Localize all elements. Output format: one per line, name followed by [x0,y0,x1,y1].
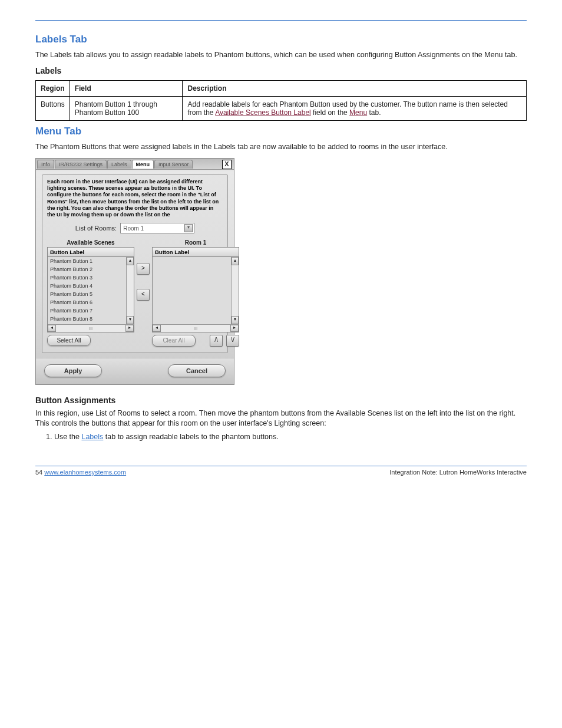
dialog-panel: Each room in the User Interface (UI) can… [42,174,228,354]
select-all-button[interactable]: Select All [47,335,91,346]
close-icon[interactable]: X [222,160,232,169]
move-buttons: > < [137,263,150,301]
scroll-down-icon[interactable]: ▾ [232,316,239,324]
scroll-up-icon[interactable]: ▴ [232,257,239,265]
th-field: Field [70,80,183,96]
page-footer: 54 www.elanhomesystems.com Integration N… [35,469,527,476]
clear-all-button[interactable]: Clear All [152,335,196,347]
room-col-header: Button Label [153,248,239,257]
menu-paragraph: The Phantom Buttons that were assigned l… [35,142,527,152]
list-item[interactable]: Phantom Button 1 [48,257,134,265]
step1-lead: 1. Use the [46,433,81,441]
rooms-selected-value: Room 1 [123,225,144,232]
list-item[interactable]: Phantom Button 5 [48,290,134,298]
room-scenes-column: Room 1 Button Label ▴ ▾ ◂ III ▸ [152,239,239,347]
step1-trail: tab to assign readable labels to the pha… [105,433,279,441]
scroll-up-icon[interactable]: ▴ [127,257,134,265]
list-of-rooms-label: List of Rooms: [75,225,117,232]
tab-ir-rs232[interactable]: IR/RS232 Settings [55,160,107,169]
cell-description: Add readable labels for each Phantom But… [183,96,527,120]
desc-link-menu[interactable]: Menu [349,108,367,117]
bottom-rule [35,466,527,466]
list-item[interactable]: Phantom Button 7 [48,307,134,315]
cell-field: Phantom Button 1 through Phantom Button … [70,96,183,120]
available-scenes-heading: Available Scenes [47,239,134,246]
scroll-down-icon[interactable]: ▾ [127,316,134,324]
tab-input-sensor[interactable]: Input Sensor [154,160,193,169]
rooms-combobox[interactable]: Room 1 ▾ [120,223,194,233]
available-scenes-list[interactable]: Button Label Phantom Button 1 Phantom Bu… [47,247,134,332]
section-title-menu: Menu Tab [35,126,527,137]
page-number: 54 [35,469,44,476]
footer-link[interactable]: www.elanhomesystems.com [44,469,126,476]
button-assignments-paragraph: In this region, use List of Rooms to sel… [35,409,527,429]
available-scenes-col-header: Button Label [48,248,134,257]
labels-table: Region Field Description Buttons Phantom… [35,80,527,121]
horizontal-scrollbar[interactable]: ◂ III ▸ [48,324,134,332]
dialog: Info IR/RS232 Settings Labels Menu Input… [35,158,234,386]
scroll-right-icon[interactable]: ▸ [230,325,239,332]
section-title-labels: Labels Tab [35,34,527,45]
tab-info[interactable]: Info [37,160,54,169]
tab-labels[interactable]: Labels [107,160,131,169]
hscroll-track[interactable]: III [161,326,230,331]
room-heading: Room 1 [152,239,239,246]
scroll-left-icon[interactable]: ◂ [153,325,161,332]
vertical-scrollbar[interactable]: ▴ ▾ [126,257,134,324]
move-up-button[interactable]: /\ [210,335,223,347]
vertical-scrollbar[interactable]: ▴ ▾ [231,257,239,324]
dialog-tabs: Info IR/RS232 Settings Labels Menu Input… [36,159,234,170]
list-item[interactable]: Phantom Button 2 [48,265,134,274]
apply-button[interactable]: Apply [44,364,102,377]
move-down-button[interactable]: \/ [226,335,239,347]
table-row: Buttons Phantom Button 1 through Phantom… [36,96,527,120]
button-assignments-heading: Button Assignments [35,396,527,405]
tab-menu[interactable]: Menu [132,160,154,169]
list-item[interactable]: Phantom Button 6 [48,298,134,307]
desc-trail: tab. [369,108,381,117]
list-item[interactable]: Phantom Button 3 [48,274,134,282]
row-list-of-rooms: List of Rooms: Room 1 ▾ [47,223,223,233]
dialog-footer: Apply Cancel [36,358,234,384]
footer-doc-title: Integration Note: Lutron HomeWorks Inter… [389,469,527,476]
list-item[interactable]: Phantom Button 4 [48,282,134,290]
room-scenes-list[interactable]: Button Label ▴ ▾ ◂ III ▸ [152,247,239,332]
desc-mid1: field on the [313,108,349,117]
cell-region: Buttons [36,96,70,120]
desc-link-available-scenes[interactable]: Available Scenes Button Label [215,108,311,117]
available-scenes-column: Available Scenes Button Label Phantom Bu… [47,239,134,346]
scroll-left-icon[interactable]: ◂ [48,325,56,332]
dialog-intro-text: Each room in the User Interface (UI) can… [47,179,223,219]
top-rule [35,20,527,21]
button-assignments-step1: 1. Use the Labels tab to assign readable… [35,432,527,442]
th-description: Description [183,80,527,96]
step1-link-labels[interactable]: Labels [81,433,103,441]
move-left-button[interactable]: < [137,289,150,301]
list-item[interactable]: Phantom Button 8 [48,315,134,321]
th-region: Region [36,80,70,96]
chevron-down-icon[interactable]: ▾ [184,224,193,232]
cancel-button[interactable]: Cancel [168,364,226,377]
hscroll-track[interactable]: III [56,326,125,331]
move-right-button[interactable]: > [137,263,150,275]
horizontal-scrollbar[interactable]: ◂ III ▸ [153,324,239,332]
labels-paragraph: The Labels tab allows you to assign read… [35,50,527,60]
scroll-right-icon[interactable]: ▸ [125,325,134,332]
labels-subheading: Labels [35,66,527,75]
